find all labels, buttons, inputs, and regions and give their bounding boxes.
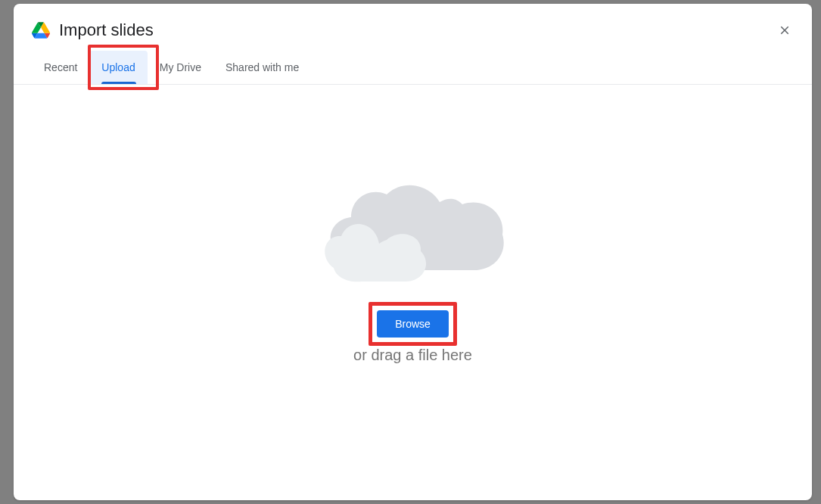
tab-recent[interactable]: Recent bbox=[32, 51, 89, 84]
dialog-title: Import slides bbox=[59, 20, 154, 40]
google-drive-icon bbox=[32, 22, 50, 39]
dialog-header: Import slides bbox=[14, 4, 812, 51]
browse-button[interactable]: Browse bbox=[377, 310, 449, 338]
browse-button-wrap: Browse bbox=[377, 310, 449, 338]
close-icon bbox=[778, 23, 791, 37]
tab-my-drive[interactable]: My Drive bbox=[148, 51, 213, 84]
tabs-row: Recent Upload My Drive Shared with me bbox=[14, 51, 812, 85]
drag-instruction-text: or drag a file here bbox=[353, 347, 472, 364]
dialog-title-group: Import slides bbox=[32, 20, 154, 40]
close-button[interactable] bbox=[776, 21, 794, 39]
tab-upload[interactable]: Upload bbox=[89, 51, 147, 84]
tab-shared-with-me[interactable]: Shared with me bbox=[213, 51, 311, 84]
upload-content-area: Browse or drag a file here bbox=[14, 85, 812, 500]
cloud-upload-icon bbox=[315, 176, 512, 289]
import-slides-dialog: Import slides Recent Upload My Drive Sha… bbox=[14, 4, 812, 500]
